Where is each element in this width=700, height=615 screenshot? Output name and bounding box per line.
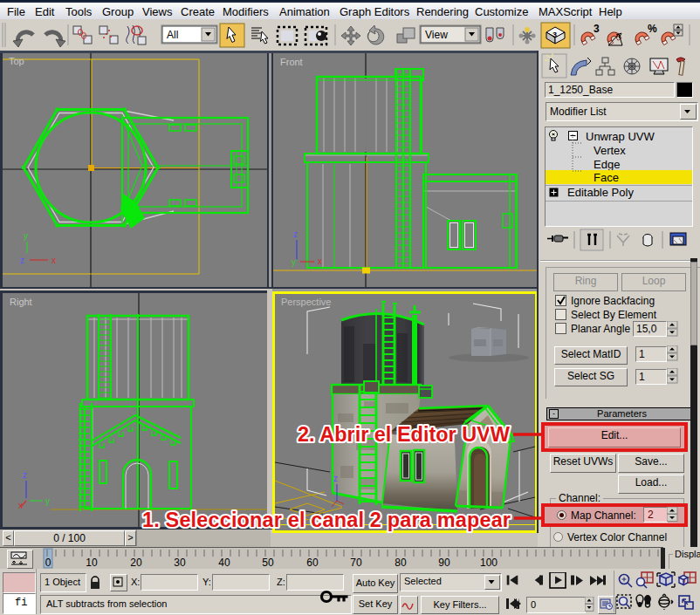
svg-text:z: z xyxy=(293,229,298,239)
svg-text:View: View xyxy=(425,29,448,41)
svg-text:3: 3 xyxy=(552,31,557,39)
svg-text:40: 40 xyxy=(218,557,230,569)
svg-text:90: 90 xyxy=(438,557,450,569)
svg-text:70: 70 xyxy=(350,557,362,569)
svg-text:%: % xyxy=(648,23,657,35)
svg-text:y: y xyxy=(45,496,50,506)
svg-text:0: 0 xyxy=(45,557,51,569)
svg-text:10: 10 xyxy=(86,557,98,569)
svg-text:3: 3 xyxy=(594,23,600,35)
svg-text:x: x xyxy=(318,256,322,266)
svg-text:y: y xyxy=(292,257,296,267)
svg-text:Perspective: Perspective xyxy=(281,297,331,307)
svg-text:y: y xyxy=(24,231,28,241)
svg-text:z: z xyxy=(23,470,27,480)
svg-text:30: 30 xyxy=(174,557,186,569)
svg-text:Top: Top xyxy=(9,56,24,66)
svg-text:All: All xyxy=(167,29,178,41)
svg-text:50: 50 xyxy=(262,557,274,569)
svg-text:80: 80 xyxy=(395,557,407,569)
svg-text:Front: Front xyxy=(280,57,303,67)
svg-text:Right: Right xyxy=(10,297,32,307)
svg-text:20: 20 xyxy=(130,557,142,569)
svg-text:z: z xyxy=(333,474,338,483)
svg-text:100: 100 xyxy=(480,557,498,569)
svg-text:z: z xyxy=(20,256,24,265)
svg-text:60: 60 xyxy=(306,557,319,569)
svg-text:x: x xyxy=(51,256,56,265)
